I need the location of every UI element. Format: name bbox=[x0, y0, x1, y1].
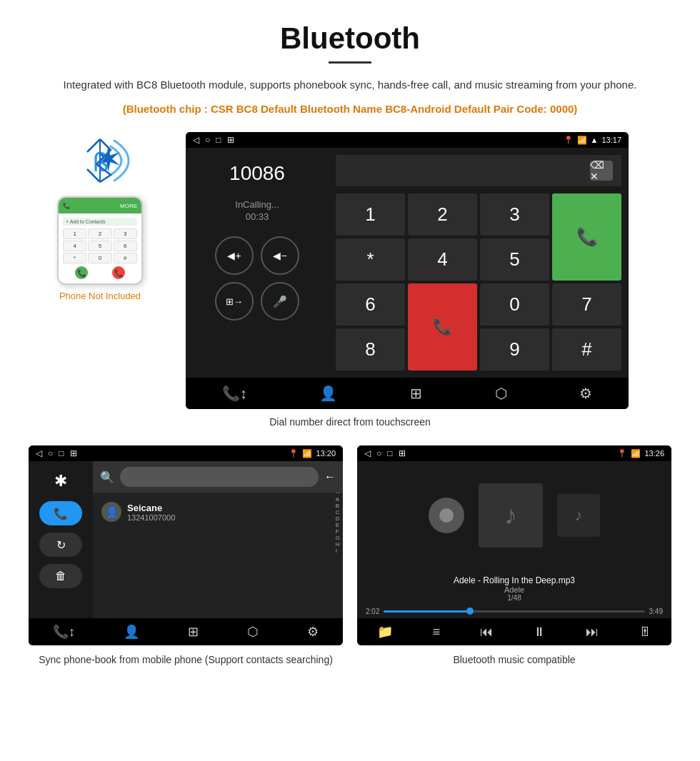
phone-key-3: 3 bbox=[114, 228, 137, 239]
pb-nav-settings[interactable]: ⚙ bbox=[307, 624, 319, 640]
status-left: ◁ ○ □ ⊞ bbox=[193, 135, 234, 145]
dial-right-panel: ⌫ ✕ 1 2 3 📞 * 4 5 6 📞 0 7 8 bbox=[329, 148, 629, 378]
key-0[interactable]: 0 bbox=[480, 283, 549, 326]
pb-nav-share[interactable]: ⬡ bbox=[247, 624, 259, 640]
vol-down-button[interactable]: ◀− bbox=[261, 236, 299, 275]
music-title: Adele - Rolling In the Deep.mp3 bbox=[357, 575, 671, 585]
music-artist: Adele bbox=[357, 585, 671, 594]
red-call-button[interactable]: 📞 bbox=[408, 283, 477, 371]
android-status-bar: ◁ ○ □ ⊞ 📍 📶 ▲ 13:17 bbox=[186, 132, 629, 148]
nav-settings-icon[interactable]: ⚙ bbox=[579, 385, 592, 402]
music-counter: 1/48 bbox=[357, 594, 671, 602]
contact-name: Seicane bbox=[127, 503, 334, 513]
key-8[interactable]: 8 bbox=[336, 328, 405, 371]
key-9[interactable]: 9 bbox=[480, 328, 549, 371]
pb-nav-bar: 📞↕ 👤 ⊞ ⬡ ⚙ bbox=[29, 618, 343, 645]
delete-sidebar-btn[interactable]: 🗑 bbox=[39, 564, 82, 588]
phone-bar-more: MORE bbox=[120, 203, 137, 209]
key-star[interactable]: * bbox=[336, 238, 405, 281]
list-icon[interactable]: ≡ bbox=[433, 625, 441, 640]
alpha-F: F bbox=[336, 529, 340, 535]
green-call-button[interactable]: 📞 bbox=[552, 193, 621, 281]
key-3[interactable]: 3 bbox=[480, 193, 549, 236]
alpha-I: I bbox=[336, 548, 340, 554]
nav-keypad-icon[interactable]: ⊞ bbox=[410, 385, 422, 402]
music-controls: 📁 ≡ ⏮ ⏸ ⏭ 🎚 bbox=[357, 618, 671, 645]
pb-home-icon: ○ bbox=[48, 448, 53, 458]
key-5[interactable]: 5 bbox=[480, 238, 549, 281]
phone-key-hash: # bbox=[114, 253, 137, 263]
phone-sidebar-btn[interactable]: 📞 bbox=[39, 501, 82, 525]
key-6[interactable]: 6 bbox=[336, 283, 405, 326]
music-note-small: ♪ bbox=[575, 506, 583, 525]
pb-nav-keypad[interactable]: ⊞ bbox=[188, 624, 199, 640]
nav-phone-icon[interactable]: 📞↕ bbox=[222, 385, 247, 402]
dial-section: ✶ ß 📞 MORE + Add to Contacts bbox=[29, 132, 671, 409]
arrow-left-icon: ← bbox=[324, 470, 336, 483]
phone-screen: + Add to Contacts 1 2 3 4 5 6 * 0 # 📞 bbox=[59, 213, 141, 283]
key-1[interactable]: 1 bbox=[336, 193, 405, 236]
pb-time: 13:20 bbox=[316, 449, 336, 458]
progress-fill bbox=[384, 610, 469, 613]
bt-sidebar-icon: ✱ bbox=[54, 472, 67, 490]
nav-contacts-icon[interactable]: 👤 bbox=[319, 385, 337, 402]
next-icon[interactable]: ⏭ bbox=[586, 625, 599, 640]
contact-avatar: 👤 bbox=[101, 502, 121, 522]
music-status-left: ◁ ○ □ ⊞ bbox=[364, 448, 406, 458]
phone-bar-label: 📞 bbox=[63, 203, 70, 209]
vol-up-button[interactable]: ◀+ bbox=[215, 236, 254, 275]
music-info: Adele - Rolling In the Deep.mp3 Adele 1/… bbox=[357, 570, 671, 605]
pb-apps-icon: ⊞ bbox=[70, 448, 77, 458]
dial-nav-bar: 📞↕ 👤 ⊞ ⬡ ⚙ bbox=[186, 378, 629, 409]
phone-mockup: 📞 MORE + Add to Contacts 1 2 3 4 5 6 * 0… bbox=[57, 196, 143, 285]
phone-key-star: * bbox=[63, 253, 86, 263]
progress-dot bbox=[466, 608, 474, 615]
backspace-button[interactable]: ⌫ ✕ bbox=[590, 161, 613, 181]
bottom-screenshots: ◁ ○ □ ⊞ 📍 📶 13:20 ✱ 📞 bbox=[29, 445, 671, 667]
incalling-label: InCalling... bbox=[235, 199, 279, 210]
key-hash[interactable]: # bbox=[552, 328, 621, 371]
pb-nav-contacts[interactable]: 👤 bbox=[124, 624, 139, 640]
music-home-icon: ○ bbox=[376, 448, 381, 458]
prev-icon[interactable]: ⏮ bbox=[480, 625, 493, 640]
progress-bar[interactable] bbox=[384, 610, 644, 613]
alpha-H: H bbox=[336, 542, 340, 548]
phone-keypad: 1 2 3 4 5 6 * 0 # bbox=[63, 228, 137, 263]
phone-key-0: 0 bbox=[88, 253, 111, 263]
page-title: Bluetooth bbox=[29, 21, 671, 56]
apps-icon: ⊞ bbox=[227, 135, 234, 145]
refresh-sidebar-btn[interactable]: ↻ bbox=[39, 533, 82, 557]
title-underline bbox=[329, 61, 371, 64]
alpha-D: D bbox=[336, 516, 340, 522]
phone-illustration: ✶ ß 📞 MORE + Add to Contacts bbox=[29, 132, 171, 301]
phonebook-main: 🔍 ← 👤 Seicane 13241007000 bbox=[93, 461, 343, 618]
phonebook-sidebar: ✱ 📞 ↻ 🗑 bbox=[29, 461, 93, 618]
phone-top-bar: 📞 MORE bbox=[59, 198, 141, 213]
phonebook-screen: ◁ ○ □ ⊞ 📍 📶 13:20 ✱ 📞 bbox=[29, 445, 343, 645]
music-back-icon: ◁ bbox=[364, 448, 371, 458]
pb-status-right: 📍 📶 13:20 bbox=[289, 449, 336, 458]
phonebook-item: ◁ ○ □ ⊞ 📍 📶 13:20 ✱ 📞 bbox=[29, 445, 343, 667]
contact-info: Seicane 13241007000 bbox=[127, 503, 334, 522]
play-pause-icon[interactable]: ⏸ bbox=[533, 625, 546, 640]
pb-nav-phone[interactable]: 📞↕ bbox=[53, 624, 75, 640]
time-current: 2:02 bbox=[366, 608, 379, 615]
pb-status-left: ◁ ○ □ ⊞ bbox=[36, 448, 77, 458]
alpha-index: A B C D E F G H I bbox=[333, 490, 343, 618]
back-icon: ◁ bbox=[193, 135, 199, 145]
mic-button[interactable]: 🎤 bbox=[261, 282, 299, 321]
key-7[interactable]: 7 bbox=[552, 283, 621, 326]
recents-icon: □ bbox=[216, 135, 221, 145]
folder-icon[interactable]: 📁 bbox=[377, 624, 393, 640]
nav-share-icon[interactable]: ⬡ bbox=[495, 385, 507, 402]
equalizer-icon[interactable]: 🎚 bbox=[639, 625, 651, 640]
key-4[interactable]: 4 bbox=[408, 238, 477, 281]
search-input[interactable] bbox=[120, 467, 319, 487]
search-icon: 🔍 bbox=[100, 470, 114, 484]
dial-caption: Dial number direct from touchscreen bbox=[29, 416, 671, 428]
phone-key-1: 1 bbox=[63, 228, 86, 239]
key-2[interactable]: 2 bbox=[408, 193, 477, 236]
pb-location-icon: 📍 bbox=[289, 449, 299, 458]
pb-status-bar: ◁ ○ □ ⊞ 📍 📶 13:20 bbox=[29, 445, 343, 461]
switch-button[interactable]: ⊞→ bbox=[215, 282, 254, 321]
